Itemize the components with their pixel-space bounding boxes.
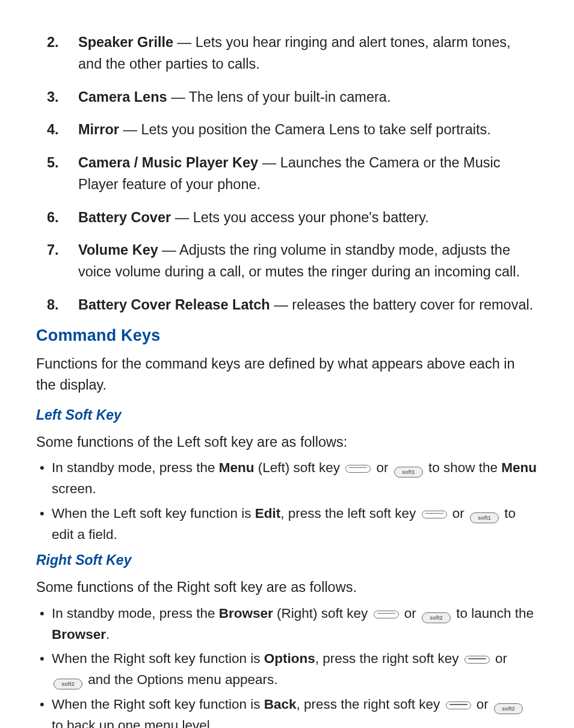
list-item: 6. Battery Cover — Lets you access your …: [36, 207, 538, 228]
text: , press the left soft key: [280, 506, 419, 521]
text: In standby mode, press the: [52, 460, 219, 475]
list-item: 4. Mirror — Lets you position the Camera…: [36, 119, 538, 140]
item-term: Battery Cover: [78, 210, 171, 225]
softkey-long-icon: [345, 465, 371, 473]
bullet-item: In standby mode, press the Browser (Righ…: [40, 603, 538, 646]
text: (Left) soft key: [254, 460, 344, 475]
bold-text: Menu: [501, 460, 537, 475]
item-body: Battery Cover — Lets you access your pho…: [78, 207, 538, 228]
item-body: Volume Key — Adjusts the ring volume in …: [78, 239, 538, 283]
softkey-long-icon: [374, 611, 399, 618]
item-desc: Lets you access your phone's battery.: [193, 210, 429, 225]
text: (Right) soft key: [273, 606, 372, 621]
page: 2. Speaker Grille — Lets you hear ringin…: [0, 0, 574, 728]
softkey-oval-icon: soft2: [422, 612, 451, 623]
section-heading-command-keys: Command Keys: [36, 326, 538, 345]
text: or: [401, 606, 421, 621]
text: to show the: [425, 460, 502, 475]
text: , press the right soft key: [296, 697, 443, 712]
text: , press the right soft key: [315, 651, 463, 666]
bullet-item: In standby mode, press the Menu (Left) s…: [40, 458, 538, 500]
item-body: Mirror — Lets you position the Camera Le…: [78, 119, 538, 140]
item-sep: —: [258, 155, 280, 170]
list-item: 5. Camera / Music Player Key — Launches …: [36, 152, 538, 196]
item-term: Camera Lens: [78, 89, 167, 105]
softkey-oval-icon: soft1: [470, 512, 499, 523]
list-item: 8. Battery Cover Release Latch — release…: [36, 294, 538, 316]
softkey-long-icon: [446, 702, 471, 709]
item-number: 5.: [36, 152, 78, 196]
item-number: 2.: [36, 31, 78, 75]
text: When the Right soft key function is: [52, 697, 264, 712]
text: When the Left soft key function is: [52, 506, 255, 521]
bold-text: Browser: [52, 627, 106, 642]
subsection-heading-left-soft-key: Left Soft Key: [36, 407, 538, 423]
item-term: Camera / Music Player Key: [78, 155, 258, 170]
item-desc: Lets you position the Camera Lens to tak…: [141, 122, 490, 137]
item-body: Camera / Music Player Key — Launches the…: [78, 152, 538, 196]
item-sep: —: [158, 242, 179, 258]
text: to back up one menu level.: [52, 718, 214, 728]
bullet-item: When the Right soft key function is Back…: [40, 694, 538, 728]
right-lead: Some functions of the Right soft key are…: [36, 577, 538, 598]
softkey-long-icon: [464, 656, 490, 664]
softkey-oval-icon: soft1: [394, 467, 423, 478]
item-body: Speaker Grille — Lets you hear ringing a…: [78, 31, 538, 75]
item-term: Battery Cover Release Latch: [78, 297, 270, 313]
numbered-list: 2. Speaker Grille — Lets you hear ringin…: [36, 31, 538, 316]
item-body: Battery Cover Release Latch — releases t…: [78, 294, 538, 316]
item-desc: releases the battery cover for removal.: [292, 297, 533, 313]
left-lead: Some functions of the Left soft key are …: [36, 432, 538, 453]
item-number: 4.: [36, 119, 78, 140]
bullet-item: When the Right soft key function is Opti…: [40, 649, 538, 691]
item-body: Camera Lens — The lens of your built-in …: [78, 86, 538, 108]
item-number: 3.: [36, 86, 78, 108]
item-sep: —: [171, 210, 193, 225]
item-number: 7.: [36, 239, 78, 283]
bold-text: Edit: [255, 506, 281, 521]
right-bullets: In standby mode, press the Browser (Righ…: [36, 603, 538, 728]
text: screen.: [52, 481, 96, 496]
item-number: 6.: [36, 207, 78, 228]
text: to launch the: [452, 606, 534, 621]
softkey-oval-icon: soft2: [54, 679, 82, 689]
item-sep: —: [119, 122, 141, 137]
text: or: [449, 506, 469, 521]
item-sep: —: [270, 297, 292, 313]
softkey-oval-icon: soft2: [494, 703, 523, 714]
text: or: [492, 651, 507, 666]
left-bullets: In standby mode, press the Menu (Left) s…: [36, 458, 538, 546]
item-number: 8.: [36, 294, 78, 316]
text: When the Right soft key function is: [52, 651, 264, 666]
text: or: [473, 697, 493, 712]
bullet-item: When the Left soft key function is Edit,…: [40, 503, 538, 546]
item-desc: The lens of your built-in camera.: [189, 89, 391, 105]
text: .: [106, 627, 110, 642]
list-item: 7. Volume Key — Adjusts the ring volume …: [36, 239, 538, 283]
bold-text: Back: [264, 697, 297, 712]
section-intro: Functions for the command keys are defin…: [36, 353, 538, 396]
text: or: [372, 460, 392, 475]
bold-text: Browser: [219, 606, 273, 621]
subsection-heading-right-soft-key: Right Soft Key: [36, 552, 538, 568]
item-term: Volume Key: [78, 242, 158, 258]
item-term: Speaker Grille: [78, 34, 173, 50]
item-sep: —: [167, 89, 189, 105]
text: In standby mode, press the: [52, 606, 219, 621]
text: and the Options menu appears.: [84, 672, 277, 687]
bold-text: Menu: [219, 460, 255, 475]
bold-text: Options: [264, 651, 315, 666]
list-item: 2. Speaker Grille — Lets you hear ringin…: [36, 31, 538, 75]
page-number: 26: [36, 726, 51, 728]
item-term: Mirror: [78, 122, 119, 137]
item-sep: —: [173, 34, 196, 50]
list-item: 3. Camera Lens — The lens of your built-…: [36, 86, 538, 108]
softkey-long-icon: [422, 511, 447, 518]
